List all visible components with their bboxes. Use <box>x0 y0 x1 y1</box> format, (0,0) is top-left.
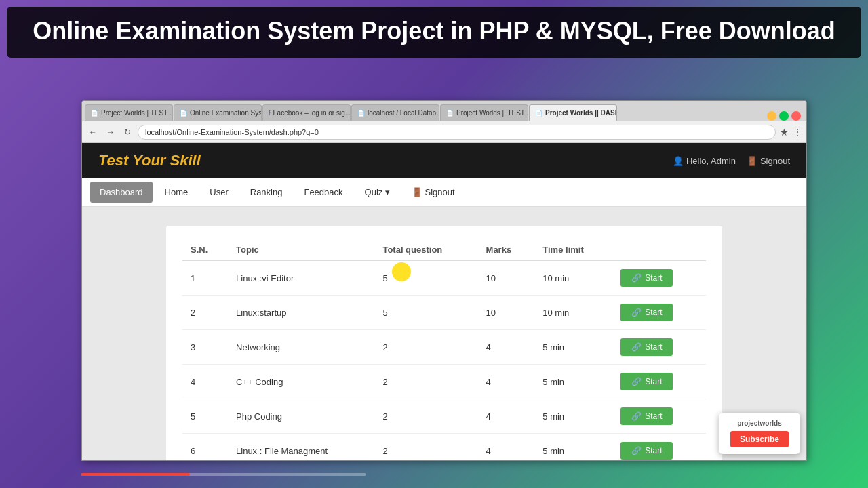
back-button[interactable]: ← <box>86 126 100 138</box>
address-input[interactable] <box>138 125 776 140</box>
browser-tab-6[interactable]: 📄 Project Worlds || DASH... ✕ <box>529 104 617 121</box>
nav-item-feedback[interactable]: Feedback <box>294 182 352 203</box>
cell-action: 🔗 Start <box>612 330 706 365</box>
cell-marks: 10 <box>478 296 535 330</box>
cell-action: 🔗 Start <box>612 399 706 434</box>
cell-total-q: 2 <box>374 434 477 461</box>
hello-label: Hello, Admin <box>686 156 736 166</box>
nav-item-dashboard[interactable]: Dashboard <box>90 182 153 203</box>
signout-icon: 🚪 <box>747 156 757 166</box>
cell-sn: 3 <box>182 330 228 365</box>
subscribe-widget: projectworlds Subscribe <box>719 413 800 454</box>
cell-action: 🔗 Start <box>612 261 706 296</box>
app-content: Test Your Skill 👤 Hello, Admin 🚪 Signout… <box>82 143 806 460</box>
tab-page-icon-4: 📄 <box>357 110 365 117</box>
progress-bar-fill <box>81 473 190 476</box>
cell-topic: Linux :vi Editor <box>228 261 374 296</box>
cell-time: 5 min <box>534 330 612 365</box>
col-topic: Topic <box>228 239 374 261</box>
nav-item-quiz[interactable]: Quiz ▾ <box>355 182 399 203</box>
tab-page-icon-6: 📄 <box>535 110 542 117</box>
table-row: 3 Networking 2 4 5 min 🔗 Start <box>182 330 706 365</box>
browser-tab-2[interactable]: 📄 Online Examination Sys... ✕ <box>174 104 262 121</box>
user-icon: 👤 <box>673 156 684 166</box>
tab-label-2: Online Examination Sys... <box>190 109 262 117</box>
browser-tab-5[interactable]: 📄 Project Worlds || TEST ... ✕ <box>440 104 528 121</box>
cell-time: 5 min <box>534 434 612 461</box>
bookmark-icon[interactable]: ★ <box>780 127 789 138</box>
cell-time: 5 min <box>534 399 612 434</box>
cell-action: 🔗 Start <box>612 296 706 330</box>
main-area: S.N. Topic Total question Marks Time lim… <box>82 207 806 460</box>
start-button-3[interactable]: 🔗 Start <box>620 338 673 356</box>
cell-marks: 4 <box>478 365 535 399</box>
col-marks: Marks <box>478 239 535 261</box>
nav-item-ranking[interactable]: Ranking <box>241 182 292 203</box>
tab-label-1: Project Worlds | TEST ... <box>101 109 173 117</box>
app-logo: Test Your Skill <box>98 152 201 169</box>
nav-item-home[interactable]: Home <box>155 182 198 203</box>
cell-total-q: 2 <box>374 330 477 365</box>
progress-bar-bg <box>81 473 366 476</box>
channel-name: projectworlds <box>737 420 782 427</box>
start-icon-5: 🔗 <box>631 411 642 421</box>
cell-topic: Linux:startup <box>228 296 374 330</box>
cell-time: 10 min <box>534 296 612 330</box>
header-signout-button[interactable]: 🚪 Signout <box>747 156 790 166</box>
col-action <box>612 239 706 261</box>
browser-tab-1[interactable]: 📄 Project Worlds | TEST ... ✕ <box>85 104 173 121</box>
signout-label: Signout <box>760 156 790 166</box>
start-button-1[interactable]: 🔗 Start <box>620 269 673 287</box>
cell-topic: Networking <box>228 330 374 365</box>
close-button[interactable] <box>791 111 801 121</box>
start-icon-1: 🔗 <box>631 273 642 283</box>
cell-topic: C++ Coding <box>228 365 374 399</box>
subscribe-button[interactable]: Subscribe <box>730 431 789 447</box>
col-sn: S.N. <box>182 239 228 261</box>
start-button-2[interactable]: 🔗 Start <box>620 304 673 321</box>
address-bar-row: ← → ↻ ★ ⋮ <box>82 121 806 143</box>
browser-tab-4[interactable]: 📄 localhost / Local Datab... ✕ <box>351 104 439 121</box>
cell-sn: 6 <box>182 434 228 461</box>
start-icon-4: 🔗 <box>631 377 642 386</box>
minimize-button[interactable] <box>767 111 776 121</box>
signout-nav-icon: 🚪 <box>412 187 422 197</box>
tab-label-5: Project Worlds || TEST ... <box>456 109 528 117</box>
browser-tab-3[interactable]: f Facebook – log in or sig... ✕ <box>262 104 351 121</box>
nav-menu: Dashboard Home User Ranking Feedback Qui… <box>82 178 806 207</box>
cell-action: 🔗 Start <box>612 434 706 461</box>
start-icon-2: 🔗 <box>631 308 642 317</box>
maximize-button[interactable] <box>779 111 789 121</box>
start-button-6[interactable]: 🔗 Start <box>620 442 673 460</box>
table-row: 1 Linux :vi Editor 5 10 10 min 🔗 Start <box>182 261 706 296</box>
video-title: Online Examination System Project in PHP… <box>7 7 861 58</box>
table-row: 6 Linux : File Managment 2 4 5 min 🔗 Sta… <box>182 434 706 461</box>
tab-fb-icon: f <box>269 110 271 117</box>
start-button-4[interactable]: 🔗 Start <box>620 373 673 390</box>
nav-item-user[interactable]: User <box>200 182 237 203</box>
cell-sn: 1 <box>182 261 228 296</box>
header-right: 👤 Hello, Admin 🚪 Signout <box>673 156 790 166</box>
tab-bar: 📄 Project Worlds | TEST ... ✕ 📄 Online E… <box>82 101 806 121</box>
cell-total-q: 5 <box>374 261 477 296</box>
col-time: Time limit <box>534 239 612 261</box>
start-button-5[interactable]: 🔗 Start <box>620 407 673 425</box>
cell-marks: 10 <box>478 261 535 296</box>
browser-menu-icon[interactable]: ⋮ <box>793 127 802 138</box>
hello-text: 👤 Hello, Admin <box>673 156 736 166</box>
cell-topic: Php Coding <box>228 399 374 434</box>
nav-item-signout[interactable]: 🚪 Signout <box>402 182 465 203</box>
browser-window: 📄 Project Worlds | TEST ... ✕ 📄 Online E… <box>81 100 807 461</box>
start-icon-3: 🔗 <box>631 342 642 352</box>
forward-button[interactable]: → <box>104 126 117 138</box>
table-row: 2 Linux:startup 5 10 10 min 🔗 Start <box>182 296 706 330</box>
reload-button[interactable]: ↻ <box>121 126 134 138</box>
table-container: S.N. Topic Total question Marks Time lim… <box>166 226 722 460</box>
start-icon-6: 🔗 <box>631 446 642 455</box>
cell-sn: 2 <box>182 296 228 330</box>
cell-marks: 4 <box>478 399 535 434</box>
cell-sn: 5 <box>182 399 228 434</box>
tab-page-icon-1: 📄 <box>91 110 98 117</box>
quiz-table: S.N. Topic Total question Marks Time lim… <box>182 239 706 460</box>
cell-action: 🔗 Start <box>612 365 706 399</box>
